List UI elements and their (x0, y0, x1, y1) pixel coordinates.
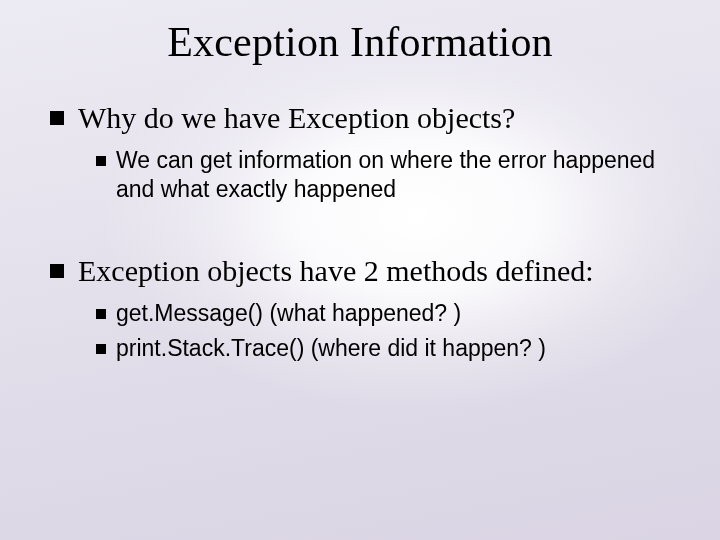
bullet-level1: Why do we have Exception objects? (50, 100, 676, 136)
slide-title: Exception Information (44, 18, 676, 66)
square-bullet-icon (50, 111, 64, 125)
bullet-text: Exception objects have 2 methods defined… (78, 253, 594, 289)
bullet-text: get.Message() (what happened? ) (116, 299, 461, 328)
bullet-text: We can get information on where the erro… (116, 146, 676, 205)
bullet-level2: get.Message() (what happened? ) (96, 299, 676, 328)
bullet-level2: We can get information on where the erro… (96, 146, 676, 205)
bullet-level2: print.Stack.Trace() (where did it happen… (96, 334, 676, 363)
bullet-text: print.Stack.Trace() (where did it happen… (116, 334, 546, 363)
square-bullet-icon (50, 264, 64, 278)
square-bullet-icon (96, 344, 106, 354)
spacer (44, 211, 676, 253)
slide: Exception Information Why do we have Exc… (0, 0, 720, 540)
square-bullet-icon (96, 156, 106, 166)
bullet-level1: Exception objects have 2 methods defined… (50, 253, 676, 289)
bullet-text: Why do we have Exception objects? (78, 100, 515, 136)
square-bullet-icon (96, 309, 106, 319)
